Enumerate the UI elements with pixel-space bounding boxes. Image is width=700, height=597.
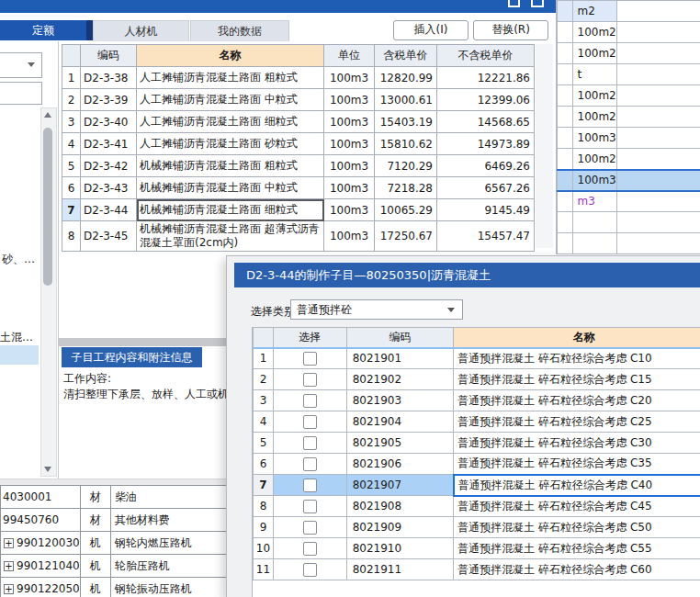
col-header-price-tax[interactable]: 含税单价 (375, 45, 437, 67)
quota-name-cell[interactable]: 人工摊铺沥青混凝土路面 中粒式 (137, 89, 324, 111)
dialog-code-cell[interactable]: 8021907 (346, 475, 454, 496)
left-list-item[interactable]: 土混… (0, 330, 33, 345)
dialog-code-cell[interactable]: 8021905 (346, 433, 454, 454)
quota-name-cell[interactable]: 机械摊铺沥青混凝土路面 超薄式沥青混凝土罩面(2cm内) (137, 221, 324, 252)
row-checkbox[interactable] (303, 479, 317, 492)
insert-button[interactable]: 插入(I) (393, 20, 469, 40)
left-list-selected-row[interactable] (0, 345, 39, 365)
dialog-row[interactable]: 68021906普通预拌混凝土 碎石粒径综合考虑 C35 (254, 454, 700, 475)
category-dropdown[interactable]: 普通预拌砼 (290, 299, 463, 320)
quota-code-cell[interactable]: D2-3-40 (81, 111, 137, 133)
select-cell[interactable] (273, 411, 346, 433)
unit-cell[interactable]: 100m2 (572, 22, 616, 43)
select-cell[interactable] (273, 390, 346, 411)
tab-quota[interactable]: 定额 (0, 20, 86, 40)
quota-price-no-tax-cell[interactable]: 6469.26 (437, 155, 535, 177)
quota-price-tax-cell[interactable]: 7218.28 (375, 177, 437, 199)
quota-price-no-tax-cell[interactable]: 6567.26 (437, 177, 535, 199)
chapter-select-dropdown[interactable] (0, 52, 42, 78)
quota-row[interactable]: 1D2-3-38人工摊铺沥青混凝土路面 粗粒式100m312820.991222… (62, 67, 535, 89)
unit-cell[interactable]: t (572, 64, 616, 85)
unit-row[interactable]: t (558, 64, 700, 85)
quota-row[interactable]: 8D2-3-45机械摊铺沥青混凝土路面 超薄式沥青混凝土罩面(2cm内)100m… (62, 221, 535, 252)
tab-labor-material-machine[interactable]: 人材机 (93, 20, 189, 41)
dialog-name-cell[interactable]: 普通预拌混凝土 碎石粒径综合考虑 C10 (454, 348, 700, 369)
quota-code-cell[interactable]: D2-3-44 (81, 199, 137, 221)
horizontal-splitter[interactable] (58, 338, 235, 346)
col-header-select[interactable]: 选择 (273, 328, 346, 348)
row-checkbox[interactable] (303, 563, 317, 577)
expand-icon[interactable]: + (4, 538, 14, 548)
quota-name-cell[interactable]: 人工摊铺沥青混凝土路面 砂粒式 (137, 133, 324, 155)
quota-price-no-tax-cell[interactable]: 12399.06 (437, 89, 535, 111)
select-cell[interactable] (273, 348, 346, 369)
resource-code-cell[interactable]: +990121040 (1, 555, 81, 578)
unit-row[interactable] (558, 212, 700, 233)
dialog-code-cell[interactable]: 8021902 (346, 369, 454, 390)
select-cell[interactable] (273, 475, 346, 496)
resource-row[interactable]: +990121040机轮胎压路机 (1, 555, 244, 578)
dialog-code-cell[interactable]: 8021901 (346, 348, 454, 369)
resource-code-cell[interactable]: +990120030 (1, 532, 81, 555)
select-cell[interactable] (273, 454, 346, 475)
quota-price-no-tax-cell[interactable]: 9145.49 (437, 199, 535, 221)
quota-price-tax-cell[interactable]: 15810.62 (375, 133, 437, 155)
resource-row[interactable]: +990122050机钢轮振动压路机 (1, 578, 244, 597)
resource-name-cell[interactable]: 其他材料费 (110, 509, 243, 532)
quota-price-tax-cell[interactable]: 13000.61 (375, 89, 437, 111)
quota-code-cell[interactable]: D2-3-38 (81, 67, 137, 89)
unit-cell[interactable]: 100m2 (572, 107, 616, 128)
dialog-name-cell[interactable]: 普通预拌混凝土 碎石粒径综合考虑 C55 (454, 538, 700, 559)
quota-row[interactable]: 5D2-3-42机械摊铺沥青混凝土路面 粗粒式100m37120.296469.… (62, 155, 535, 177)
resource-row[interactable]: +990120030机钢轮内燃压路机 (1, 532, 244, 555)
dialog-name-cell[interactable]: 普通预拌混凝土 碎石粒径综合考虑 C50 (454, 517, 700, 538)
col-header-price-no-tax[interactable]: 不含税单价 (437, 45, 535, 67)
quota-price-tax-cell[interactable]: 15403.19 (375, 111, 437, 133)
unit-row[interactable]: 100m3 (558, 128, 700, 149)
scrollbar-thumb[interactable] (43, 128, 52, 286)
left-scrollbar[interactable] (40, 107, 57, 477)
row-checkbox[interactable] (303, 500, 317, 513)
row-checkbox[interactable] (303, 415, 317, 429)
quota-price-tax-cell[interactable]: 10065.29 (375, 199, 437, 221)
dialog-row[interactable]: 78021907普通预拌混凝土 碎石粒径综合考虑 C40 (254, 475, 700, 496)
quota-name-cell[interactable]: 人工摊铺沥青混凝土路面 细粒式 (137, 111, 324, 133)
quota-name-cell[interactable]: 人工摊铺沥青混凝土路面 粗粒式 (137, 67, 324, 89)
unit-cell[interactable]: m3 (572, 191, 616, 212)
resource-name-cell[interactable]: 钢轮内燃压路机 (110, 532, 243, 555)
quota-code-cell[interactable]: D2-3-41 (81, 133, 137, 155)
dialog-name-cell[interactable]: 普通预拌混凝土 碎石粒径综合考虑 C15 (454, 369, 700, 390)
unit-row[interactable]: 100m2 (558, 107, 700, 128)
unit-cell[interactable]: 100m2 (572, 85, 616, 107)
resource-name-cell[interactable]: 柴油 (110, 486, 243, 509)
unit-row[interactable]: 100m2 (558, 85, 700, 107)
row-checkbox[interactable] (303, 521, 317, 535)
unit-cell[interactable]: 100m3 (572, 128, 616, 149)
expand-icon[interactable]: + (4, 561, 14, 571)
dialog-name-cell[interactable]: 普通预拌混凝土 碎石粒径综合考虑 C45 (454, 496, 700, 517)
quota-code-cell[interactable]: D2-3-42 (81, 155, 137, 177)
expand-icon[interactable]: + (4, 584, 14, 594)
quota-code-cell[interactable]: D2-3-45 (81, 221, 137, 252)
col-header-name[interactable]: 名称 (454, 328, 700, 348)
unit-row[interactable]: 100m2 (558, 22, 700, 43)
replace-button[interactable]: 替换(R) (473, 20, 548, 40)
unit-row[interactable]: m2 (558, 1, 700, 22)
unit-cell[interactable]: m2 (572, 1, 616, 22)
dialog-name-cell[interactable]: 普通预拌混凝土 碎石粒径综合考虑 C30 (454, 433, 700, 454)
resource-row[interactable]: 4030001材柴油 (1, 486, 244, 509)
dialog-row[interactable]: 118021911普通预拌混凝土 碎石粒径综合考虑 C60 (254, 559, 700, 580)
left-list-item[interactable]: 砂、… (2, 252, 35, 267)
quota-row[interactable]: 3D2-3-40人工摊铺沥青混凝土路面 细粒式100m315403.191456… (62, 111, 535, 133)
quota-unit-cell[interactable]: 100m3 (324, 177, 375, 199)
dialog-name-cell[interactable]: 普通预拌混凝土 碎石粒径综合考虑 C40 (454, 475, 700, 496)
quota-price-tax-cell[interactable]: 17250.67 (375, 221, 437, 252)
restore-window-icon[interactable] (508, 0, 520, 7)
quota-price-tax-cell[interactable]: 7120.29 (375, 155, 437, 177)
quota-row[interactable]: 2D2-3-39人工摊铺沥青混凝土路面 中粒式100m313000.611239… (62, 89, 535, 111)
quota-unit-cell[interactable]: 100m3 (324, 199, 375, 221)
dialog-row[interactable]: 48021904普通预拌混凝土 碎石粒径综合考虑 C25 (254, 411, 700, 433)
dialog-row[interactable]: 108021910普通预拌混凝土 碎石粒径综合考虑 C55 (254, 538, 700, 559)
dialog-row[interactable]: 58021905普通预拌混凝土 碎石粒径综合考虑 C30 (254, 433, 700, 454)
quota-unit-cell[interactable]: 100m3 (324, 221, 375, 252)
